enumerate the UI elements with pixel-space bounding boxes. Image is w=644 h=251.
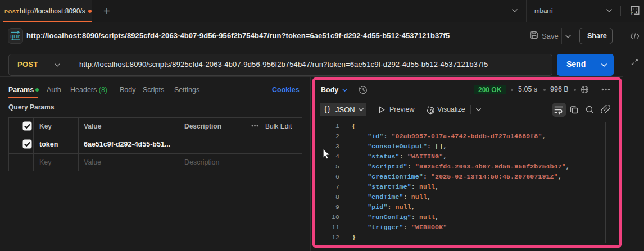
- svg-text:x: x: [631, 10, 633, 16]
- svg-text:HTTP: HTTP: [11, 34, 21, 38]
